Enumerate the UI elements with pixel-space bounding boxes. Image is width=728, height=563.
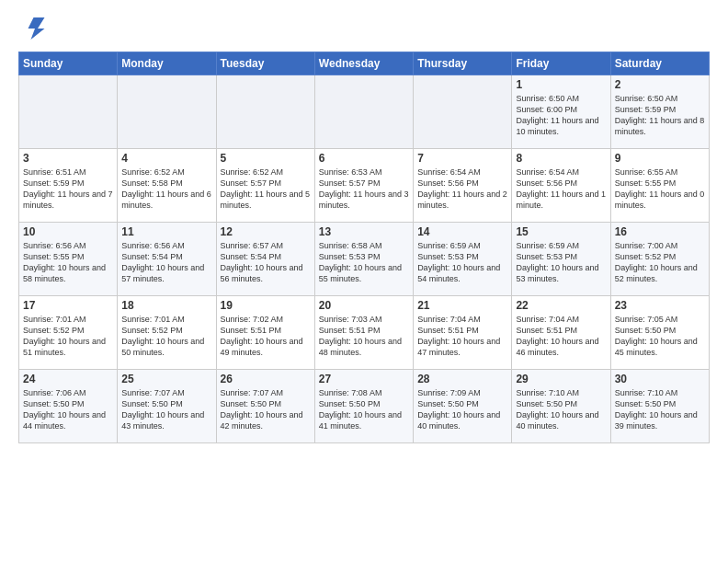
- header: [18, 15, 710, 42]
- calendar-cell: 15Sunrise: 6:59 AMSunset: 5:53 PMDayligh…: [512, 223, 610, 296]
- weekday-header-friday: Friday: [512, 52, 610, 75]
- day-number: 12: [221, 225, 311, 238]
- day-number: 9: [615, 152, 705, 165]
- calendar-cell: 11Sunrise: 6:56 AMSunset: 5:54 PMDayligh…: [118, 223, 216, 296]
- day-number: 14: [417, 225, 507, 238]
- calendar-cell: 8Sunrise: 6:54 AMSunset: 5:56 PMDaylight…: [512, 149, 610, 223]
- calendar-cell: [19, 75, 118, 149]
- day-number: 2: [615, 78, 705, 91]
- day-info: Sunrise: 6:53 AMSunset: 5:57 PMDaylight:…: [319, 167, 409, 212]
- calendar-cell: 13Sunrise: 6:58 AMSunset: 5:53 PMDayligh…: [314, 223, 413, 296]
- calendar-cell: 27Sunrise: 7:08 AMSunset: 5:50 PMDayligh…: [314, 370, 413, 443]
- day-number: 26: [221, 373, 311, 385]
- day-number: 11: [121, 225, 211, 238]
- calendar-cell: 17Sunrise: 7:01 AMSunset: 5:52 PMDayligh…: [19, 296, 118, 370]
- day-info: Sunrise: 7:02 AMSunset: 5:51 PMDaylight:…: [221, 314, 311, 359]
- calendar-week-3: 10Sunrise: 6:56 AMSunset: 5:55 PMDayligh…: [19, 223, 710, 296]
- day-number: 21: [417, 299, 507, 312]
- day-number: 17: [23, 299, 113, 312]
- calendar-cell: 6Sunrise: 6:53 AMSunset: 5:57 PMDaylight…: [314, 149, 413, 223]
- calendar-table: SundayMondayTuesdayWednesdayThursdayFrid…: [18, 52, 710, 443]
- calendar-cell: 1Sunrise: 6:50 AMSunset: 6:00 PMDaylight…: [512, 75, 610, 149]
- day-info: Sunrise: 6:59 AMSunset: 5:53 PMDaylight:…: [417, 240, 507, 285]
- calendar-header-row: SundayMondayTuesdayWednesdayThursdayFrid…: [19, 52, 710, 75]
- day-number: 13: [319, 225, 409, 238]
- calendar-cell: 9Sunrise: 6:55 AMSunset: 5:55 PMDaylight…: [610, 149, 709, 223]
- calendar-week-5: 24Sunrise: 7:06 AMSunset: 5:50 PMDayligh…: [19, 370, 710, 443]
- day-info: Sunrise: 6:52 AMSunset: 5:57 PMDaylight:…: [221, 167, 311, 212]
- day-info: Sunrise: 6:54 AMSunset: 5:56 PMDaylight:…: [516, 167, 606, 212]
- calendar-cell: 3Sunrise: 6:51 AMSunset: 5:59 PMDaylight…: [19, 149, 118, 223]
- weekday-header-sunday: Sunday: [19, 52, 118, 75]
- day-info: Sunrise: 6:54 AMSunset: 5:56 PMDaylight:…: [417, 167, 507, 212]
- calendar-cell: [414, 75, 512, 149]
- calendar-cell: 2Sunrise: 6:50 AMSunset: 5:59 PMDaylight…: [610, 75, 709, 149]
- day-number: 22: [516, 299, 606, 312]
- calendar-cell: 25Sunrise: 7:07 AMSunset: 5:50 PMDayligh…: [118, 370, 216, 443]
- calendar-cell: 30Sunrise: 7:10 AMSunset: 5:50 PMDayligh…: [610, 370, 709, 443]
- weekday-header-wednesday: Wednesday: [314, 52, 413, 75]
- calendar-week-4: 17Sunrise: 7:01 AMSunset: 5:52 PMDayligh…: [19, 296, 710, 370]
- day-number: 24: [23, 373, 113, 385]
- day-number: 18: [121, 299, 211, 312]
- day-number: 19: [221, 299, 311, 312]
- logo: [18, 15, 50, 42]
- weekday-header-tuesday: Tuesday: [216, 52, 314, 75]
- day-info: Sunrise: 6:55 AMSunset: 5:55 PMDaylight:…: [615, 167, 705, 212]
- day-info: Sunrise: 6:59 AMSunset: 5:53 PMDaylight:…: [516, 240, 606, 285]
- calendar-cell: 26Sunrise: 7:07 AMSunset: 5:50 PMDayligh…: [216, 370, 314, 443]
- calendar-cell: 7Sunrise: 6:54 AMSunset: 5:56 PMDaylight…: [414, 149, 512, 223]
- calendar-week-1: 1Sunrise: 6:50 AMSunset: 6:00 PMDaylight…: [19, 75, 710, 149]
- calendar-cell: 20Sunrise: 7:03 AMSunset: 5:51 PMDayligh…: [314, 296, 413, 370]
- day-info: Sunrise: 7:03 AMSunset: 5:51 PMDaylight:…: [319, 314, 409, 359]
- calendar-cell: 12Sunrise: 6:57 AMSunset: 5:54 PMDayligh…: [216, 223, 314, 296]
- svg-marker-0: [28, 17, 45, 40]
- calendar-cell: [216, 75, 314, 149]
- day-number: 27: [319, 373, 409, 385]
- calendar-cell: 19Sunrise: 7:02 AMSunset: 5:51 PMDayligh…: [216, 296, 314, 370]
- page: SundayMondayTuesdayWednesdayThursdayFrid…: [0, 0, 728, 458]
- calendar-week-2: 3Sunrise: 6:51 AMSunset: 5:59 PMDaylight…: [19, 149, 710, 223]
- calendar-cell: 28Sunrise: 7:09 AMSunset: 5:50 PMDayligh…: [414, 370, 512, 443]
- day-number: 28: [417, 373, 507, 385]
- calendar-cell: 4Sunrise: 6:52 AMSunset: 5:58 PMDaylight…: [118, 149, 216, 223]
- day-number: 5: [221, 152, 311, 165]
- day-info: Sunrise: 7:05 AMSunset: 5:50 PMDaylight:…: [615, 314, 705, 359]
- day-info: Sunrise: 7:08 AMSunset: 5:50 PMDaylight:…: [319, 387, 409, 432]
- day-info: Sunrise: 6:58 AMSunset: 5:53 PMDaylight:…: [319, 240, 409, 285]
- day-info: Sunrise: 7:01 AMSunset: 5:52 PMDaylight:…: [121, 314, 211, 359]
- calendar-cell: 22Sunrise: 7:04 AMSunset: 5:51 PMDayligh…: [512, 296, 610, 370]
- day-number: 4: [121, 152, 211, 165]
- day-info: Sunrise: 7:04 AMSunset: 5:51 PMDaylight:…: [417, 314, 507, 359]
- day-number: 20: [319, 299, 409, 312]
- day-info: Sunrise: 6:57 AMSunset: 5:54 PMDaylight:…: [221, 240, 311, 285]
- day-number: 8: [516, 152, 606, 165]
- calendar-cell: 16Sunrise: 7:00 AMSunset: 5:52 PMDayligh…: [610, 223, 709, 296]
- day-info: Sunrise: 7:00 AMSunset: 5:52 PMDaylight:…: [615, 240, 705, 285]
- calendar-cell: 23Sunrise: 7:05 AMSunset: 5:50 PMDayligh…: [610, 296, 709, 370]
- day-info: Sunrise: 7:07 AMSunset: 5:50 PMDaylight:…: [121, 387, 211, 432]
- day-number: 6: [319, 152, 409, 165]
- calendar-cell: 5Sunrise: 6:52 AMSunset: 5:57 PMDaylight…: [216, 149, 314, 223]
- calendar-cell: [118, 75, 216, 149]
- calendar-cell: [314, 75, 413, 149]
- calendar-cell: 21Sunrise: 7:04 AMSunset: 5:51 PMDayligh…: [414, 296, 512, 370]
- day-number: 30: [615, 373, 705, 385]
- day-number: 29: [516, 373, 606, 385]
- calendar-cell: 10Sunrise: 6:56 AMSunset: 5:55 PMDayligh…: [19, 223, 118, 296]
- day-info: Sunrise: 7:04 AMSunset: 5:51 PMDaylight:…: [516, 314, 606, 359]
- day-info: Sunrise: 6:50 AMSunset: 6:00 PMDaylight:…: [516, 93, 606, 138]
- day-info: Sunrise: 6:52 AMSunset: 5:58 PMDaylight:…: [121, 167, 211, 212]
- day-number: 25: [121, 373, 211, 385]
- day-info: Sunrise: 7:01 AMSunset: 5:52 PMDaylight:…: [23, 314, 113, 359]
- calendar-cell: 24Sunrise: 7:06 AMSunset: 5:50 PMDayligh…: [19, 370, 118, 443]
- day-info: Sunrise: 7:10 AMSunset: 5:50 PMDaylight:…: [516, 387, 606, 432]
- day-number: 15: [516, 225, 606, 238]
- day-info: Sunrise: 6:50 AMSunset: 5:59 PMDaylight:…: [615, 93, 705, 138]
- day-number: 16: [615, 225, 705, 238]
- day-info: Sunrise: 6:56 AMSunset: 5:54 PMDaylight:…: [121, 240, 211, 285]
- day-info: Sunrise: 6:56 AMSunset: 5:55 PMDaylight:…: [23, 240, 113, 285]
- calendar-cell: 14Sunrise: 6:59 AMSunset: 5:53 PMDayligh…: [414, 223, 512, 296]
- day-info: Sunrise: 7:10 AMSunset: 5:50 PMDaylight:…: [615, 387, 705, 432]
- calendar-cell: 29Sunrise: 7:10 AMSunset: 5:50 PMDayligh…: [512, 370, 610, 443]
